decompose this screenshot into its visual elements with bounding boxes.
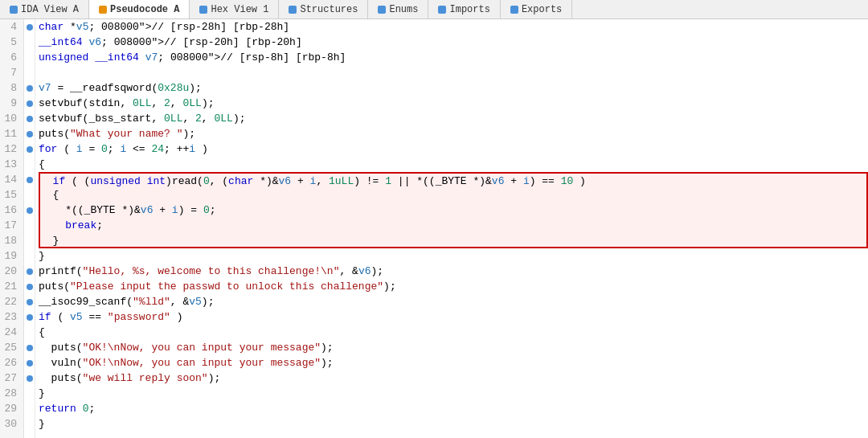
breakpoint-dot[interactable]: [24, 370, 35, 386]
tab-bar: IDA View APseudocode AHex View 1Structur…: [0, 0, 868, 19]
line-number: 23: [3, 309, 20, 325]
code-line[interactable]: char *v5; 008000">// [rsp-28h] [rbp-28h]: [39, 19, 868, 35]
tab-imports[interactable]: Imports: [428, 0, 500, 18]
tab-icon: [510, 6, 518, 14]
breakpoint-dot[interactable]: [24, 355, 35, 370]
code-line[interactable]: }: [39, 386, 868, 401]
breakpoint-dot[interactable]: [24, 141, 35, 157]
dot-indicator: [27, 360, 33, 366]
tab-hex-view-1[interactable]: Hex View 1: [190, 0, 279, 18]
line-number: 13: [3, 157, 20, 172]
breakpoint-dot[interactable]: [24, 416, 35, 432]
tab-label: Exports: [522, 4, 562, 15]
line-number: 24: [3, 325, 20, 340]
breakpoint-dot[interactable]: [24, 279, 35, 294]
code-line[interactable]: printf("Hello, %s, welcome to this chall…: [39, 264, 868, 279]
code-line[interactable]: vuln("OK!\nNow, you can input your messa…: [39, 355, 868, 370]
code-line[interactable]: break;: [39, 218, 868, 233]
dot-indicator: [27, 146, 33, 153]
code-line[interactable]: {: [39, 325, 868, 340]
code-line[interactable]: [39, 65, 868, 80]
code-line[interactable]: puts("What your name? ");: [39, 126, 868, 141]
tab-label: Hex View 1: [211, 4, 268, 15]
line-number: 8: [3, 80, 20, 96]
code-line[interactable]: if ( (unsigned int)read(0, (char *)&v6 +…: [39, 172, 868, 187]
tab-pseudocode-a[interactable]: Pseudocode A: [89, 0, 190, 18]
breakpoint-dot[interactable]: [24, 401, 35, 416]
code-line[interactable]: setvbuf(stdin, 0LL, 2, 0LL);: [39, 96, 868, 111]
breakpoint-dot[interactable]: [24, 248, 35, 264]
line-number: 10: [3, 111, 20, 126]
dot-indicator: [27, 177, 33, 183]
line-number: 9: [3, 96, 20, 111]
tab-label: IDA View A: [21, 4, 79, 15]
code-line[interactable]: unsigned __int64 v7; 008000">// [rsp-8h]…: [39, 50, 868, 65]
line-number: 16: [3, 203, 20, 218]
code-line[interactable]: puts("Please input the passwd to unlock …: [39, 279, 868, 294]
line-number: 12: [3, 141, 20, 157]
code-line[interactable]: for ( i = 0; i <= 24; ++i ): [39, 141, 868, 157]
breakpoint-dot[interactable]: [24, 65, 35, 80]
breakpoint-dot[interactable]: [24, 157, 35, 172]
dot-indicator: [27, 284, 33, 290]
line-numbers-col: 4567891011121314151617181920212223242526…: [0, 19, 24, 438]
breakpoint-dot[interactable]: [24, 172, 35, 187]
code-line[interactable]: }: [39, 248, 868, 264]
breakpoint-dot[interactable]: [24, 126, 35, 141]
tab-icon: [10, 6, 18, 14]
tab-enums[interactable]: Enums: [368, 0, 428, 18]
code-line[interactable]: return 0;: [39, 401, 868, 416]
breakpoint-dot[interactable]: [24, 187, 35, 203]
breakpoint-dot[interactable]: [24, 264, 35, 279]
code-line[interactable]: {: [39, 187, 868, 203]
code-line[interactable]: v7 = __readfsqword(0x28u);: [39, 80, 868, 96]
breakpoint-dot[interactable]: [24, 35, 35, 50]
code-line[interactable]: }: [39, 233, 868, 248]
tab-label: Structures: [300, 4, 358, 15]
breakpoint-dot[interactable]: [24, 218, 35, 233]
breakpoint-dot[interactable]: [24, 233, 35, 248]
dot-col: [24, 19, 35, 438]
line-number: 27: [3, 370, 20, 386]
line-number: 25: [3, 340, 20, 355]
breakpoint-dot[interactable]: [24, 340, 35, 355]
code-line[interactable]: *((_BYTE *)&v6 + i) = 0;: [39, 203, 868, 218]
code-area: 4567891011121314151617181920212223242526…: [0, 19, 868, 438]
line-number: 14: [3, 172, 20, 187]
line-number: 22: [3, 294, 20, 309]
code-line[interactable]: puts("OK!\nNow, you can input your messa…: [39, 340, 868, 355]
tab-exports[interactable]: Exports: [501, 0, 572, 18]
line-number: 4: [3, 19, 20, 35]
breakpoint-dot[interactable]: [24, 386, 35, 401]
breakpoint-dot[interactable]: [24, 96, 35, 111]
code-line[interactable]: }: [39, 416, 868, 432]
breakpoint-dot[interactable]: [24, 111, 35, 126]
breakpoint-dot[interactable]: [24, 309, 35, 325]
dot-indicator: [27, 268, 33, 275]
breakpoint-dot[interactable]: [24, 203, 35, 218]
code-line[interactable]: if ( v5 == "password" ): [39, 309, 868, 325]
breakpoint-dot[interactable]: [24, 50, 35, 65]
tab-icon: [99, 6, 107, 14]
dot-indicator: [27, 131, 33, 137]
line-number: 11: [3, 126, 20, 141]
code-line[interactable]: __isoc99_scanf("%lld", &v5);: [39, 294, 868, 309]
line-number: 6: [3, 50, 20, 65]
dot-indicator: [27, 116, 33, 122]
breakpoint-dot[interactable]: [24, 294, 35, 309]
breakpoint-dot[interactable]: [24, 80, 35, 96]
tab-label: Imports: [449, 4, 489, 15]
code-line[interactable]: puts("we will reply soon");: [39, 370, 868, 386]
dot-indicator: [27, 24, 33, 31]
dot-indicator: [27, 314, 33, 321]
tab-label: Enums: [389, 4, 418, 15]
tab-ida-view-a[interactable]: IDA View A: [0, 0, 89, 18]
dot-indicator: [27, 345, 33, 351]
code-line[interactable]: __int64 v6; 008000">// [rsp-20h] [rbp-20…: [39, 35, 868, 50]
code-line[interactable]: {: [39, 157, 868, 172]
breakpoint-dot[interactable]: [24, 325, 35, 340]
code-line[interactable]: setvbuf(_bss_start, 0LL, 2, 0LL);: [39, 111, 868, 126]
code-lines[interactable]: char *v5; 008000">// [rsp-28h] [rbp-28h]…: [35, 19, 868, 438]
tab-structures[interactable]: Structures: [279, 0, 368, 18]
breakpoint-dot[interactable]: [24, 19, 35, 35]
